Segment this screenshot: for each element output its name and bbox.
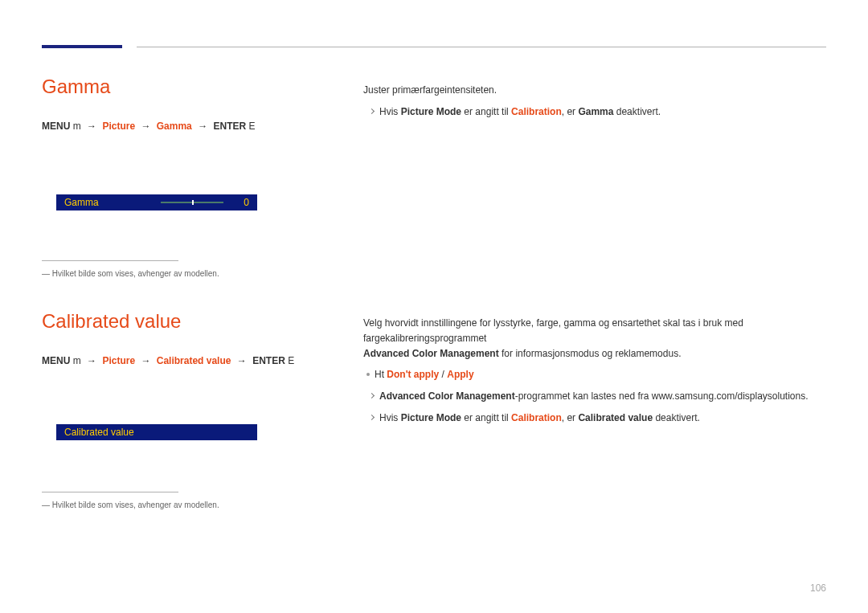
arrow-icon: → xyxy=(87,355,96,366)
note-mid2: , er xyxy=(562,106,579,117)
section-calibrated: Calibrated value MENU m → Picture → Cali… xyxy=(42,310,299,366)
option-apply: Apply xyxy=(447,369,473,380)
gamma-path: MENU m → Picture → Gamma → ENTER E xyxy=(42,121,283,132)
path-calibrated: Calibrated value xyxy=(157,355,231,366)
acm-bold: Advanced Color Management xyxy=(363,348,499,359)
arrow-icon: → xyxy=(198,121,207,132)
option-sep: / xyxy=(439,369,447,380)
options-prefix: Ht xyxy=(375,369,384,380)
note-picture-mode: Picture Mode xyxy=(401,106,461,117)
note1-rest: -programmet kan lastes ned fra www.samsu… xyxy=(515,390,809,402)
page-number: 106 xyxy=(810,582,826,594)
arrow-icon: → xyxy=(87,121,96,132)
path-gamma: Gamma xyxy=(157,121,192,132)
gamma-footnote-text: Hvilket bilde som vises, avhenger av mod… xyxy=(52,269,219,278)
page-rule xyxy=(137,47,826,47)
note2-cv: Calibrated value xyxy=(578,412,653,423)
note-prefix: Hvis xyxy=(379,106,401,117)
note-mid: er angitt til xyxy=(461,106,511,117)
arrow-icon: → xyxy=(141,355,150,366)
enter-icon: E xyxy=(248,121,255,132)
note2-mid2: , er xyxy=(562,412,579,423)
calibrated-path: MENU m → Picture → Calibrated value → EN… xyxy=(42,355,299,366)
calibrated-note2: Hvis Picture Mode er angitt til Calibrat… xyxy=(363,411,826,426)
calibrated-options: Ht Don't apply / Apply xyxy=(363,367,826,382)
path-picture: Picture xyxy=(102,355,135,366)
arrow-icon: → xyxy=(141,121,150,132)
path-menu: MENU xyxy=(42,355,70,366)
option-dont-apply: Don't apply xyxy=(387,369,439,380)
gamma-heading: Gamma xyxy=(42,76,283,98)
note-calibration: Calibration xyxy=(511,106,562,117)
enter-icon: E xyxy=(288,355,294,366)
menu-icon: m xyxy=(73,121,81,132)
calibrated-line1: Velg hvorvidt innstillingene for lysstyr… xyxy=(363,316,826,346)
footnote-rule xyxy=(42,492,178,492)
bullet-dot-icon xyxy=(366,373,370,376)
gamma-slider-track[interactable] xyxy=(161,202,223,203)
acm-rest: for informasjonsmodus og reklamemodus. xyxy=(499,348,682,359)
calibrated-body: Velg hvorvidt innstillingene for lysstyr… xyxy=(363,316,826,426)
gamma-footnote: ― Hvilket bilde som vises, avhenger av m… xyxy=(42,269,219,278)
path-enter: ENTER xyxy=(213,121,246,132)
gamma-body: Juster primærfargeintensiteten. Hvis Pic… xyxy=(363,83,826,120)
path-menu: MENU xyxy=(42,121,70,132)
gamma-ui-label: Gamma xyxy=(64,197,99,208)
gamma-slider-box[interactable]: Gamma 0 xyxy=(56,194,257,210)
note2-pm: Picture Mode xyxy=(401,412,461,423)
gamma-body-line1: Juster primærfargeintensiteten. xyxy=(363,83,826,98)
arrow-icon: → xyxy=(237,355,247,366)
calibrated-footnote-block: ― Hvilket bilde som vises, avhenger av m… xyxy=(42,448,219,509)
note-suffix: deaktivert. xyxy=(613,106,661,117)
calibrated-footnote: ― Hvilket bilde som vises, avhenger av m… xyxy=(42,501,219,509)
note2-cal: Calibration xyxy=(511,412,562,423)
gamma-footnote-block: ― Hvilket bilde som vises, avhenger av m… xyxy=(42,217,219,278)
calibrated-value-box[interactable]: Calibrated value xyxy=(56,424,257,440)
note2-prefix: Hvis xyxy=(379,412,401,423)
footnote-rule xyxy=(42,260,178,261)
calibrated-ui-label: Calibrated value xyxy=(64,427,134,438)
path-enter: ENTER xyxy=(252,355,285,366)
calibrated-note1: Advanced Color Management-programmet kan… xyxy=(363,389,826,404)
page-accent xyxy=(42,45,122,48)
section-gamma: Gamma MENU m → Picture → Gamma → ENTER E xyxy=(42,76,283,132)
calibrated-heading: Calibrated value xyxy=(42,310,299,333)
calibrated-line2: Advanced Color Management for informasjo… xyxy=(363,346,826,362)
note-gamma: Gamma xyxy=(578,106,613,117)
gamma-slider-thumb[interactable] xyxy=(192,200,194,205)
path-picture: Picture xyxy=(102,121,135,132)
menu-icon: m xyxy=(73,355,81,366)
note2-suffix: deaktivert. xyxy=(653,412,700,423)
note1-acm: Advanced Color Management xyxy=(379,390,515,402)
gamma-ui-value: 0 xyxy=(244,197,249,208)
calibrated-footnote-text: Hvilket bilde som vises, avhenger av mod… xyxy=(52,501,219,509)
gamma-body-note: Hvis Picture Mode er angitt til Calibrat… xyxy=(363,104,826,120)
note2-mid: er angitt til xyxy=(461,412,511,423)
